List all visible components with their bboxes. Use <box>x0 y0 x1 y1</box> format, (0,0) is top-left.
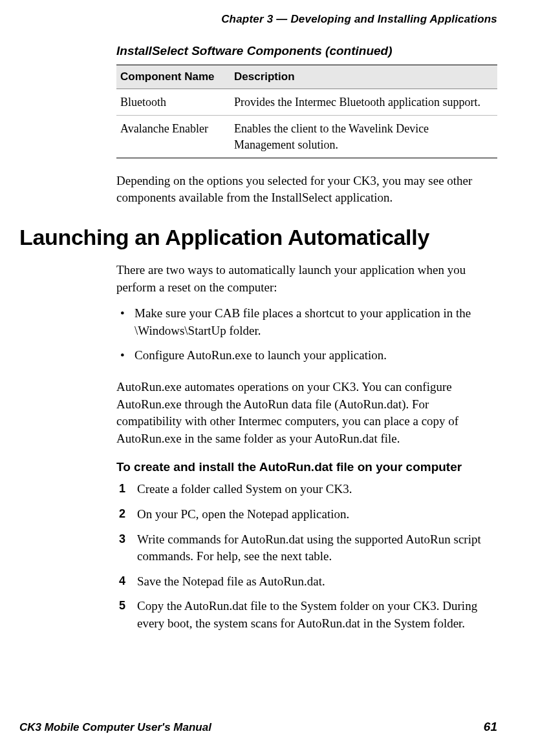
autorun-paragraph: AutoRun.exe automates operations on your… <box>116 379 497 447</box>
table-row: Avalanche Enabler Enables the client to … <box>116 116 497 158</box>
col-header-desc: Description <box>230 65 497 89</box>
cell-desc: Provides the Intermec Bluetooth applicat… <box>230 89 497 116</box>
col-header-name: Component Name <box>116 65 230 89</box>
section-heading: Launching an Application Automatically <box>19 225 497 250</box>
list-item: Configure AutoRun.exe to launch your app… <box>116 347 497 364</box>
cell-desc: Enables the client to the Wavelink Devic… <box>230 116 497 158</box>
intro-paragraph: There are two ways to automatically laun… <box>116 262 497 296</box>
cell-name: Bluetooth <box>116 89 230 116</box>
table-header-row: Component Name Description <box>116 65 497 89</box>
components-table: Component Name Description Bluetooth Pro… <box>116 65 497 158</box>
cell-name: Avalanche Enabler <box>116 116 230 158</box>
list-item: Save the Notepad file as AutoRun.dat. <box>116 573 497 591</box>
list-item: Make sure your CAB file places a shortcu… <box>116 305 497 339</box>
section-body: There are two ways to automatically laun… <box>116 262 497 633</box>
list-item: Copy the AutoRun.dat file to the System … <box>116 598 497 632</box>
page-number: 61 <box>484 720 497 734</box>
list-item: Create a folder called System on your CK… <box>116 481 497 498</box>
footer-title: CK3 Mobile Computer User's Manual <box>19 721 211 734</box>
page-footer: CK3 Mobile Computer User's Manual 61 <box>19 720 497 734</box>
table-caption: InstallSelect Software Components (conti… <box>116 44 497 58</box>
bullet-list: Make sure your CAB file places a shortcu… <box>116 305 497 364</box>
content-block: InstallSelect Software Components (conti… <box>116 44 497 207</box>
list-item: Write commands for AutoRun.dat using the… <box>116 531 497 565</box>
procedure-subhead: To create and install the AutoRun.dat fi… <box>116 460 497 474</box>
after-table-paragraph: Depending on the options you selected fo… <box>116 173 497 207</box>
table-row: Bluetooth Provides the Intermec Bluetoot… <box>116 89 497 116</box>
list-item: On your PC, open the Notepad application… <box>116 506 497 523</box>
page: Chapter 3 — Developing and Installing Ap… <box>0 0 549 756</box>
running-header: Chapter 3 — Developing and Installing Ap… <box>19 13 497 26</box>
steps-list: Create a folder called System on your CK… <box>116 481 497 632</box>
